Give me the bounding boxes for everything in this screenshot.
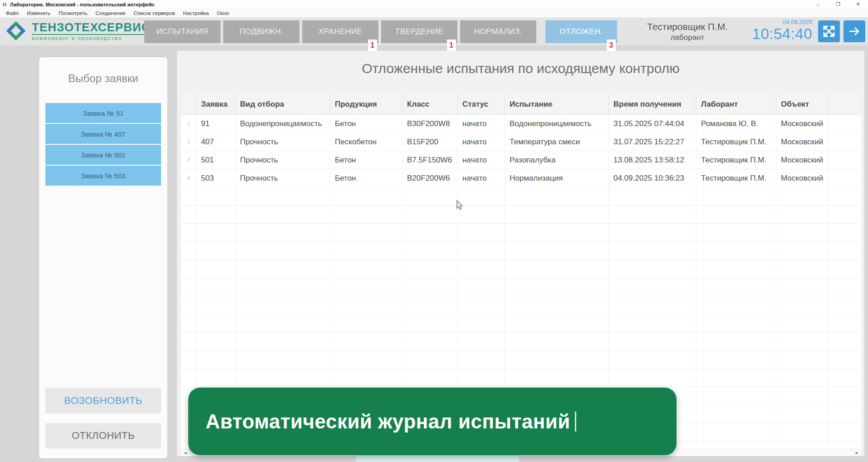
cell (505, 351, 609, 369)
row-index (181, 260, 196, 278)
cell (776, 278, 828, 296)
tab-подвижн[interactable]: ПОДВИЖН. (223, 20, 299, 43)
cell (609, 224, 696, 241)
scroll-right-icon[interactable]: ► (853, 451, 861, 455)
cell (196, 278, 235, 296)
column-header-3[interactable]: Продукция (330, 94, 402, 114)
tab-отложен[interactable]: ОТЛОЖЕН.3 (545, 20, 617, 43)
menu-item-5[interactable]: Список серверов (129, 10, 179, 16)
resume-button[interactable]: ВОЗОБНОВИТЬ (45, 388, 161, 413)
cell: Пескобетон (330, 133, 402, 151)
cell (458, 224, 505, 241)
cell: B15F200 (402, 133, 458, 151)
cell (196, 206, 235, 223)
cell (458, 296, 505, 314)
column-header-7[interactable]: Время получения (609, 94, 696, 114)
tab-badge: 3 (607, 39, 616, 51)
column-header-4[interactable]: Класс (402, 94, 458, 114)
column-header-5[interactable]: Статус (458, 94, 505, 114)
cell (458, 278, 505, 296)
empty-row (181, 369, 861, 387)
cell (696, 260, 776, 278)
request-button-3[interactable]: Заявка № 501 (45, 145, 161, 165)
clock: 04.09.2025 10:54:40 (735, 19, 812, 42)
cell (402, 187, 458, 205)
cell: Нормализация (505, 169, 609, 187)
cell (776, 423, 828, 441)
table-row[interactable]: 3501ПрочностьБетонB7.5F150W6начатоРазопа… (181, 151, 861, 169)
cell (609, 260, 696, 278)
fullscreen-button[interactable] (818, 20, 840, 42)
cell (196, 296, 235, 314)
request-button-4[interactable]: Заявка № 503 (45, 166, 161, 186)
cell (696, 442, 776, 449)
app-icon: Н (3, 2, 6, 7)
request-button-2[interactable]: Заявка № 407 (45, 124, 161, 144)
menu-item-4[interactable]: Соединения (92, 10, 130, 16)
close-button[interactable]: ✕ (848, 0, 868, 9)
empty-row (181, 187, 861, 206)
cell (505, 296, 609, 314)
row-index: 3 (181, 151, 196, 169)
tab-нормализ[interactable]: НОРМАЛИЗ. (460, 20, 536, 43)
cell: Московский (776, 151, 828, 169)
cell (776, 369, 828, 387)
menu-item-1[interactable]: Файл (2, 10, 23, 16)
cell (505, 242, 609, 260)
tab-хранение[interactable]: ХРАНЕНИЕ1 (302, 20, 378, 43)
cell: начато (458, 151, 505, 169)
column-header-9[interactable]: Объект (776, 94, 828, 114)
scroll-left-icon[interactable]: ◄ (181, 451, 190, 455)
column-header-2[interactable]: Вид отбора (235, 94, 330, 114)
empty-row (181, 224, 861, 242)
cell (696, 387, 776, 405)
cell (196, 224, 235, 241)
cell (235, 206, 330, 223)
table-row[interactable]: 4503ПрочностьБетонB20F200W6начатоНормали… (181, 169, 861, 187)
cell (402, 278, 458, 296)
cell (505, 187, 609, 205)
user-role: лаборант (635, 33, 740, 43)
tab-label: НОРМАЛИЗ. (474, 27, 522, 36)
column-header-8[interactable]: Лаборант (696, 94, 776, 114)
empty-row (181, 260, 861, 278)
cell: B20F200W6 (402, 169, 458, 187)
column-header-6[interactable]: Испытание (505, 94, 609, 114)
menu-item-7[interactable]: Окно (213, 10, 233, 16)
cell (330, 333, 402, 350)
row-index (181, 333, 196, 350)
menu-item-3[interactable]: Посмотреть (54, 10, 91, 16)
minimize-button[interactable]: – (808, 0, 828, 9)
tab-твердение[interactable]: ТВЕРДЕНИЕ1 (381, 20, 457, 43)
cell: Тестировщик П.М. (696, 151, 776, 169)
cell (235, 187, 330, 205)
menu-item-6[interactable]: Настройка (179, 10, 213, 16)
cell: Романова Ю. В. (696, 115, 776, 133)
row-index (181, 187, 196, 205)
request-button-1[interactable]: Заявка № 91 (45, 103, 161, 123)
cell (235, 242, 330, 260)
decline-button[interactable]: ОТКЛОНИТЬ (45, 423, 161, 448)
user-info: Тестировщик П.М. лаборант (635, 21, 740, 43)
sidebar-title: Выбор заявки (39, 72, 167, 85)
exit-button[interactable] (843, 20, 865, 42)
cell (330, 187, 402, 205)
cell (458, 242, 505, 260)
column-header-1[interactable]: Заявка (196, 94, 235, 114)
row-index (181, 315, 196, 332)
cell (505, 224, 609, 241)
page-title: Отложенные испытания по исходящему контр… (177, 61, 864, 76)
maximize-button[interactable]: ❐ (828, 0, 848, 9)
request-list: Заявка № 91Заявка № 407Заявка № 501Заявк… (39, 103, 167, 186)
logo-name: ТЕНЗОТЕХСЕРВИС (32, 21, 150, 33)
table-row[interactable]: 191ВодонепроницаемостьБетонB30F200W8нача… (181, 115, 861, 133)
cell (609, 296, 696, 314)
table-row[interactable]: 2407ПрочностьПескобетонB15F200начатоТемп… (181, 133, 861, 151)
menu-item-2[interactable]: Изменить (23, 10, 54, 16)
tab-испытания[interactable]: ИСПЫТАНИЯ (144, 20, 221, 43)
cell: 04.09.2025 10:36:23 (609, 169, 696, 187)
cell (776, 260, 828, 278)
cell (776, 206, 828, 223)
row-index: 2 (181, 133, 196, 151)
cell: B7.5F150W6 (402, 151, 458, 169)
